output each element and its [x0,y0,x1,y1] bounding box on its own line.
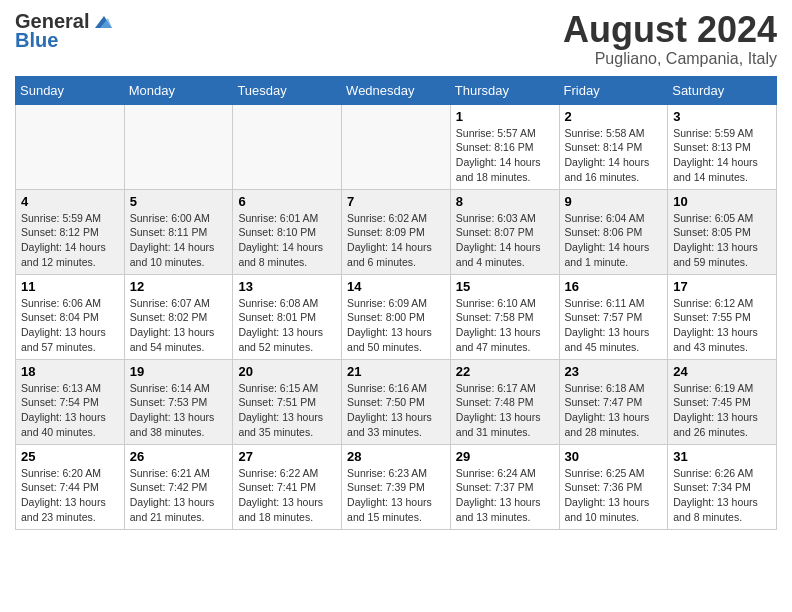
logo-blue: Blue [15,29,58,52]
calendar-cell: 8Sunrise: 6:03 AM Sunset: 8:07 PM Daylig… [450,189,559,274]
calendar-week-row: 11Sunrise: 6:06 AM Sunset: 8:04 PM Dayli… [16,274,777,359]
calendar-cell: 16Sunrise: 6:11 AM Sunset: 7:57 PM Dayli… [559,274,668,359]
day-info: Sunrise: 6:05 AM Sunset: 8:05 PM Dayligh… [673,212,758,268]
day-info: Sunrise: 6:17 AM Sunset: 7:48 PM Dayligh… [456,382,541,438]
day-number: 5 [130,194,228,209]
calendar-cell: 21Sunrise: 6:16 AM Sunset: 7:50 PM Dayli… [342,359,451,444]
calendar-cell: 7Sunrise: 6:02 AM Sunset: 8:09 PM Daylig… [342,189,451,274]
calendar-week-row: 18Sunrise: 6:13 AM Sunset: 7:54 PM Dayli… [16,359,777,444]
day-info: Sunrise: 6:13 AM Sunset: 7:54 PM Dayligh… [21,382,106,438]
day-info: Sunrise: 6:26 AM Sunset: 7:34 PM Dayligh… [673,467,758,523]
day-info: Sunrise: 6:24 AM Sunset: 7:37 PM Dayligh… [456,467,541,523]
day-number: 19 [130,364,228,379]
day-info: Sunrise: 6:10 AM Sunset: 7:58 PM Dayligh… [456,297,541,353]
calendar-cell: 18Sunrise: 6:13 AM Sunset: 7:54 PM Dayli… [16,359,125,444]
day-number: 8 [456,194,554,209]
day-info: Sunrise: 6:25 AM Sunset: 7:36 PM Dayligh… [565,467,650,523]
day-number: 4 [21,194,119,209]
day-info: Sunrise: 6:21 AM Sunset: 7:42 PM Dayligh… [130,467,215,523]
weekday-header-row: SundayMondayTuesdayWednesdayThursdayFrid… [16,76,777,104]
day-number: 9 [565,194,663,209]
day-number: 18 [21,364,119,379]
day-number: 12 [130,279,228,294]
calendar-cell: 19Sunrise: 6:14 AM Sunset: 7:53 PM Dayli… [124,359,233,444]
calendar-cell: 31Sunrise: 6:26 AM Sunset: 7:34 PM Dayli… [668,444,777,529]
day-info: Sunrise: 6:09 AM Sunset: 8:00 PM Dayligh… [347,297,432,353]
day-number: 16 [565,279,663,294]
calendar-cell: 15Sunrise: 6:10 AM Sunset: 7:58 PM Dayli… [450,274,559,359]
day-number: 26 [130,449,228,464]
day-number: 31 [673,449,771,464]
calendar-cell: 28Sunrise: 6:23 AM Sunset: 7:39 PM Dayli… [342,444,451,529]
day-info: Sunrise: 6:07 AM Sunset: 8:02 PM Dayligh… [130,297,215,353]
calendar-title: August 2024 [563,10,777,50]
day-number: 2 [565,109,663,124]
day-info: Sunrise: 6:15 AM Sunset: 7:51 PM Dayligh… [238,382,323,438]
calendar-cell: 12Sunrise: 6:07 AM Sunset: 8:02 PM Dayli… [124,274,233,359]
calendar-cell: 29Sunrise: 6:24 AM Sunset: 7:37 PM Dayli… [450,444,559,529]
logo-icon [90,14,112,30]
weekday-header: Sunday [16,76,125,104]
calendar-cell: 17Sunrise: 6:12 AM Sunset: 7:55 PM Dayli… [668,274,777,359]
day-info: Sunrise: 6:19 AM Sunset: 7:45 PM Dayligh… [673,382,758,438]
day-info: Sunrise: 5:59 AM Sunset: 8:13 PM Dayligh… [673,127,758,183]
day-info: Sunrise: 6:08 AM Sunset: 8:01 PM Dayligh… [238,297,323,353]
day-number: 24 [673,364,771,379]
day-number: 29 [456,449,554,464]
calendar-week-row: 25Sunrise: 6:20 AM Sunset: 7:44 PM Dayli… [16,444,777,529]
day-info: Sunrise: 6:20 AM Sunset: 7:44 PM Dayligh… [21,467,106,523]
day-number: 10 [673,194,771,209]
day-info: Sunrise: 6:14 AM Sunset: 7:53 PM Dayligh… [130,382,215,438]
calendar-cell [16,104,125,189]
day-info: Sunrise: 6:04 AM Sunset: 8:06 PM Dayligh… [565,212,650,268]
day-number: 27 [238,449,336,464]
weekday-header: Friday [559,76,668,104]
day-number: 22 [456,364,554,379]
day-info: Sunrise: 6:01 AM Sunset: 8:10 PM Dayligh… [238,212,323,268]
day-number: 21 [347,364,445,379]
day-number: 23 [565,364,663,379]
calendar-cell: 23Sunrise: 6:18 AM Sunset: 7:47 PM Dayli… [559,359,668,444]
weekday-header: Tuesday [233,76,342,104]
weekday-header: Saturday [668,76,777,104]
calendar-cell: 30Sunrise: 6:25 AM Sunset: 7:36 PM Dayli… [559,444,668,529]
calendar-cell [124,104,233,189]
calendar-cell: 1Sunrise: 5:57 AM Sunset: 8:16 PM Daylig… [450,104,559,189]
day-number: 14 [347,279,445,294]
calendar-cell: 25Sunrise: 6:20 AM Sunset: 7:44 PM Dayli… [16,444,125,529]
calendar-cell: 22Sunrise: 6:17 AM Sunset: 7:48 PM Dayli… [450,359,559,444]
logo: General Blue [15,10,113,52]
day-info: Sunrise: 6:16 AM Sunset: 7:50 PM Dayligh… [347,382,432,438]
day-info: Sunrise: 6:12 AM Sunset: 7:55 PM Dayligh… [673,297,758,353]
calendar-cell: 9Sunrise: 6:04 AM Sunset: 8:06 PM Daylig… [559,189,668,274]
calendar-table: SundayMondayTuesdayWednesdayThursdayFrid… [15,76,777,530]
calendar-week-row: 4Sunrise: 5:59 AM Sunset: 8:12 PM Daylig… [16,189,777,274]
day-number: 15 [456,279,554,294]
calendar-cell: 27Sunrise: 6:22 AM Sunset: 7:41 PM Dayli… [233,444,342,529]
calendar-cell: 14Sunrise: 6:09 AM Sunset: 8:00 PM Dayli… [342,274,451,359]
calendar-cell: 11Sunrise: 6:06 AM Sunset: 8:04 PM Dayli… [16,274,125,359]
day-info: Sunrise: 6:06 AM Sunset: 8:04 PM Dayligh… [21,297,106,353]
day-info: Sunrise: 6:03 AM Sunset: 8:07 PM Dayligh… [456,212,541,268]
calendar-cell: 10Sunrise: 6:05 AM Sunset: 8:05 PM Dayli… [668,189,777,274]
day-info: Sunrise: 6:11 AM Sunset: 7:57 PM Dayligh… [565,297,650,353]
day-info: Sunrise: 6:00 AM Sunset: 8:11 PM Dayligh… [130,212,215,268]
day-number: 28 [347,449,445,464]
day-info: Sunrise: 6:02 AM Sunset: 8:09 PM Dayligh… [347,212,432,268]
day-number: 6 [238,194,336,209]
calendar-cell [233,104,342,189]
day-number: 1 [456,109,554,124]
title-section: August 2024 Pugliano, Campania, Italy [563,10,777,68]
page-header: General Blue August 2024 Pugliano, Campa… [15,10,777,68]
calendar-cell [342,104,451,189]
calendar-cell: 3Sunrise: 5:59 AM Sunset: 8:13 PM Daylig… [668,104,777,189]
calendar-cell: 4Sunrise: 5:59 AM Sunset: 8:12 PM Daylig… [16,189,125,274]
day-info: Sunrise: 5:58 AM Sunset: 8:14 PM Dayligh… [565,127,650,183]
calendar-cell: 20Sunrise: 6:15 AM Sunset: 7:51 PM Dayli… [233,359,342,444]
day-number: 7 [347,194,445,209]
day-info: Sunrise: 6:23 AM Sunset: 7:39 PM Dayligh… [347,467,432,523]
day-info: Sunrise: 5:57 AM Sunset: 8:16 PM Dayligh… [456,127,541,183]
calendar-cell: 24Sunrise: 6:19 AM Sunset: 7:45 PM Dayli… [668,359,777,444]
weekday-header: Thursday [450,76,559,104]
day-number: 3 [673,109,771,124]
